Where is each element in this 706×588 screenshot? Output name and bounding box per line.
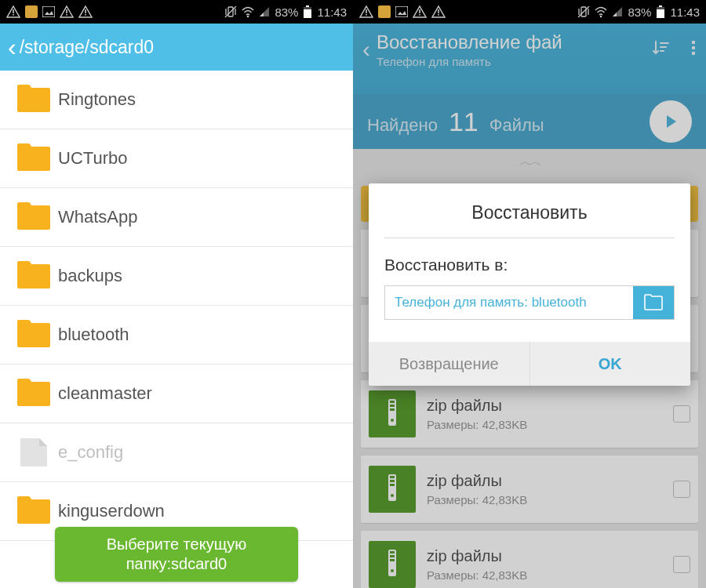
list-item[interactable]: cleanmaster [0,365,353,423]
path-header[interactable]: ‹ /storage/sdcard0 [0,24,353,71]
path-text: /storage/sdcard0 [20,37,154,58]
item-label: WhatsApp [58,207,138,227]
destination-field[interactable]: Телефон для память: bluetooth [384,285,675,320]
item-label: Ringtones [58,89,136,110]
back-icon[interactable]: ‹ [8,34,16,60]
item-label: e_config [58,442,123,463]
item-label: backups [58,266,122,286]
folder-icon [16,84,52,115]
svg-rect-8 [25,5,38,18]
item-label: kinguserdown [58,501,165,521]
svg-rect-20 [659,5,662,7]
file-icon [16,437,52,468]
ok-button[interactable]: OK [530,342,691,386]
folder-icon [16,201,52,233]
svg-point-11 [247,16,249,18]
svg-point-18 [600,16,602,18]
app-icon [25,5,38,18]
vibrate-icon [224,5,237,18]
warning-icon [359,5,373,18]
destination-value: Телефон для память: bluetooth [385,295,633,310]
svg-rect-14 [304,7,311,9]
browse-button[interactable] [633,286,674,319]
dialog-title: Восстановить [369,183,690,238]
warning-icon [413,5,427,18]
warning-icon [60,5,74,18]
svg-rect-15 [378,5,391,18]
cancel-button[interactable]: Возвращение [369,342,530,386]
file-list: Ringtones UCTurbo WhatsApp backups bluet… [0,71,353,541]
status-bar: 83% 11:43 [0,0,353,24]
list-item[interactable]: bluetooth [0,306,353,365]
signal-icon [259,6,270,17]
phone-right: 83% 11:43 ‹ Восстановление фай Телефон д… [353,0,706,588]
wifi-icon [595,5,607,18]
folder-icon [16,495,52,527]
list-item[interactable]: backups [0,247,353,306]
select-folder-button[interactable]: Выберите текущую папку:sdcard0 [55,527,298,582]
svg-rect-21 [657,7,664,9]
battery-text: 83% [275,5,298,19]
warning-icon [78,5,93,18]
list-item[interactable]: WhatsApp [0,188,353,247]
folder-icon [16,319,52,350]
list-item[interactable]: e_config [0,423,353,482]
app-icon [378,5,391,18]
item-label: cleanmaster [58,383,152,404]
list-item[interactable]: Ringtones [0,71,353,129]
folder-icon [16,260,52,292]
image-icon [42,6,55,17]
clock-text: 11:43 [317,5,347,19]
restore-dialog: Восстановить Восстановить в: Телефон для… [369,183,690,386]
item-label: bluetooth [58,325,129,345]
phone-left: 83% 11:43 ‹ /storage/sdcard0 Ringtones U… [0,0,353,588]
vibrate-icon [577,5,590,18]
list-item[interactable]: UCTurbo [0,129,353,188]
svg-rect-13 [306,5,309,7]
wifi-icon [242,5,254,18]
warning-icon [6,5,20,18]
folder-icon [16,143,52,174]
status-bar: 83% 11:43 [353,0,706,24]
warning-icon [431,5,446,18]
image-icon [395,6,408,17]
dialog-field-label: Восстановить в: [384,256,675,274]
signal-icon [612,6,623,17]
battery-icon [656,5,665,19]
folder-icon [16,378,52,409]
battery-text: 83% [628,5,651,19]
item-label: UCTurbo [58,148,127,169]
svg-rect-16 [395,6,408,17]
battery-icon [303,5,312,19]
clock-text: 11:43 [670,5,700,19]
svg-rect-9 [42,6,55,17]
